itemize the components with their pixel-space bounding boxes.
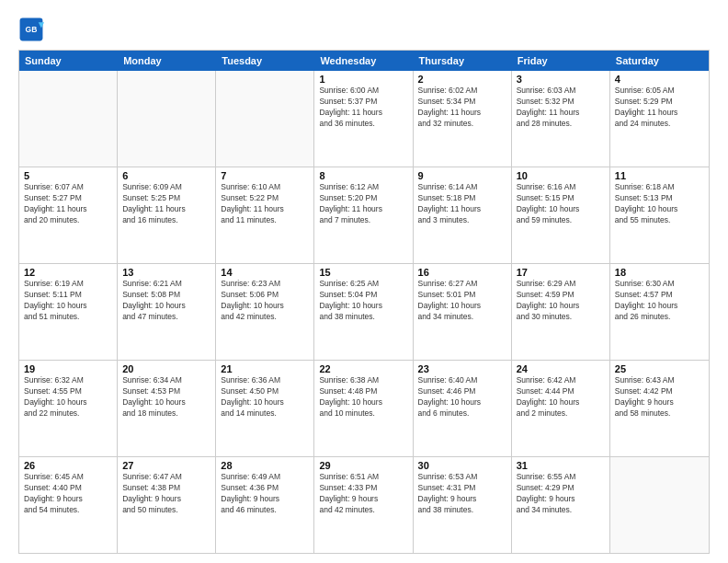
day-number: 19 [24, 363, 112, 374]
day-number: 26 [24, 460, 112, 471]
week-row-4: 19Sunrise: 6:32 AM Sunset: 4:55 PM Dayli… [19, 361, 709, 457]
day-info: Sunrise: 6:18 AM Sunset: 5:13 PM Dayligh… [615, 182, 704, 226]
day-info: Sunrise: 6:02 AM Sunset: 5:34 PM Dayligh… [418, 86, 506, 130]
day-cell: 18Sunrise: 6:30 AM Sunset: 4:57 PM Dayli… [610, 264, 709, 360]
svg-text:GB: GB [26, 25, 38, 34]
day-number: 11 [615, 170, 704, 181]
day-cell: 28Sunrise: 6:49 AM Sunset: 4:36 PM Dayli… [216, 457, 314, 553]
day-number: 28 [221, 460, 309, 471]
day-cell: 13Sunrise: 6:21 AM Sunset: 5:08 PM Dayli… [118, 264, 216, 360]
day-cell [216, 71, 314, 167]
day-cell [19, 71, 118, 167]
day-number: 25 [615, 363, 704, 374]
day-cell: 21Sunrise: 6:36 AM Sunset: 4:50 PM Dayli… [216, 361, 314, 456]
day-cell: 1Sunrise: 6:00 AM Sunset: 5:37 PM Daylig… [314, 71, 413, 167]
day-header-saturday: Saturday [610, 51, 709, 71]
day-number: 13 [122, 267, 210, 278]
day-cell: 27Sunrise: 6:47 AM Sunset: 4:38 PM Dayli… [118, 457, 216, 553]
week-row-3: 12Sunrise: 6:19 AM Sunset: 5:11 PM Dayli… [19, 264, 709, 361]
day-info: Sunrise: 6:34 AM Sunset: 4:53 PM Dayligh… [122, 375, 210, 419]
day-number: 7 [221, 170, 309, 181]
day-info: Sunrise: 6:07 AM Sunset: 5:27 PM Dayligh… [24, 182, 112, 226]
day-info: Sunrise: 6:36 AM Sunset: 4:50 PM Dayligh… [221, 375, 309, 419]
week-row-5: 26Sunrise: 6:45 AM Sunset: 4:40 PM Dayli… [19, 457, 709, 553]
calendar: SundayMondayTuesdayWednesdayThursdayFrid… [18, 50, 710, 554]
day-info: Sunrise: 6:25 AM Sunset: 5:04 PM Dayligh… [319, 279, 407, 323]
day-cell: 26Sunrise: 6:45 AM Sunset: 4:40 PM Dayli… [19, 457, 118, 553]
day-headers: SundayMondayTuesdayWednesdayThursdayFrid… [19, 51, 709, 71]
day-number: 6 [122, 170, 210, 181]
day-number: 23 [418, 363, 506, 374]
day-number: 10 [517, 170, 605, 181]
day-number: 14 [221, 267, 309, 278]
logo-icon: GB [18, 17, 44, 42]
day-number: 2 [418, 74, 506, 85]
day-cell: 17Sunrise: 6:29 AM Sunset: 4:59 PM Dayli… [512, 264, 610, 360]
day-cell [118, 71, 216, 167]
day-info: Sunrise: 6:09 AM Sunset: 5:25 PM Dayligh… [122, 182, 210, 226]
day-cell: 3Sunrise: 6:03 AM Sunset: 5:32 PM Daylig… [512, 71, 610, 167]
day-number: 17 [517, 267, 605, 278]
day-number: 27 [122, 460, 210, 471]
day-cell: 25Sunrise: 6:43 AM Sunset: 4:42 PM Dayli… [610, 361, 709, 456]
day-info: Sunrise: 6:45 AM Sunset: 4:40 PM Dayligh… [24, 472, 112, 516]
day-cell: 31Sunrise: 6:55 AM Sunset: 4:29 PM Dayli… [512, 457, 610, 553]
day-cell: 24Sunrise: 6:42 AM Sunset: 4:44 PM Dayli… [512, 361, 610, 456]
day-number: 24 [517, 363, 605, 374]
day-header-sunday: Sunday [19, 51, 118, 71]
day-cell: 7Sunrise: 6:10 AM Sunset: 5:22 PM Daylig… [216, 167, 314, 263]
day-info: Sunrise: 6:38 AM Sunset: 4:48 PM Dayligh… [319, 375, 407, 419]
day-cell [610, 457, 709, 553]
day-cell: 11Sunrise: 6:18 AM Sunset: 5:13 PM Dayli… [610, 167, 709, 263]
day-number: 3 [517, 74, 605, 85]
day-header-wednesday: Wednesday [314, 51, 413, 71]
week-row-1: 1Sunrise: 6:00 AM Sunset: 5:37 PM Daylig… [19, 71, 709, 167]
day-number: 20 [122, 363, 210, 374]
day-info: Sunrise: 6:53 AM Sunset: 4:31 PM Dayligh… [418, 472, 506, 516]
header: GB [18, 17, 710, 42]
day-info: Sunrise: 6:43 AM Sunset: 4:42 PM Dayligh… [615, 375, 704, 419]
day-info: Sunrise: 6:10 AM Sunset: 5:22 PM Dayligh… [221, 182, 309, 226]
day-info: Sunrise: 6:21 AM Sunset: 5:08 PM Dayligh… [122, 279, 210, 323]
day-info: Sunrise: 6:12 AM Sunset: 5:20 PM Dayligh… [319, 182, 407, 226]
day-number: 4 [615, 74, 704, 85]
day-info: Sunrise: 6:00 AM Sunset: 5:37 PM Dayligh… [319, 86, 407, 130]
day-number: 9 [418, 170, 506, 181]
day-cell: 19Sunrise: 6:32 AM Sunset: 4:55 PM Dayli… [19, 361, 118, 456]
day-info: Sunrise: 6:14 AM Sunset: 5:18 PM Dayligh… [418, 182, 506, 226]
day-info: Sunrise: 6:30 AM Sunset: 4:57 PM Dayligh… [615, 279, 704, 323]
day-header-tuesday: Tuesday [216, 51, 314, 71]
day-number: 29 [319, 460, 407, 471]
day-info: Sunrise: 6:40 AM Sunset: 4:46 PM Dayligh… [418, 375, 506, 419]
day-cell: 2Sunrise: 6:02 AM Sunset: 5:34 PM Daylig… [414, 71, 512, 167]
day-number: 22 [319, 363, 407, 374]
day-info: Sunrise: 6:55 AM Sunset: 4:29 PM Dayligh… [517, 472, 605, 516]
day-number: 18 [615, 267, 704, 278]
day-cell: 5Sunrise: 6:07 AM Sunset: 5:27 PM Daylig… [19, 167, 118, 263]
day-info: Sunrise: 6:27 AM Sunset: 5:01 PM Dayligh… [418, 279, 506, 323]
day-number: 8 [319, 170, 407, 181]
calendar-page: GB SundayMondayTuesdayWednesdayThursdayF… [0, 0, 728, 563]
week-row-2: 5Sunrise: 6:07 AM Sunset: 5:27 PM Daylig… [19, 167, 709, 264]
day-info: Sunrise: 6:47 AM Sunset: 4:38 PM Dayligh… [122, 472, 210, 516]
day-cell: 30Sunrise: 6:53 AM Sunset: 4:31 PM Dayli… [414, 457, 512, 553]
day-cell: 23Sunrise: 6:40 AM Sunset: 4:46 PM Dayli… [414, 361, 512, 456]
day-number: 1 [319, 74, 407, 85]
day-cell: 22Sunrise: 6:38 AM Sunset: 4:48 PM Dayli… [314, 361, 413, 456]
day-number: 30 [418, 460, 506, 471]
day-number: 31 [517, 460, 605, 471]
day-cell: 4Sunrise: 6:05 AM Sunset: 5:29 PM Daylig… [610, 71, 709, 167]
day-cell: 20Sunrise: 6:34 AM Sunset: 4:53 PM Dayli… [118, 361, 216, 456]
day-number: 16 [418, 267, 506, 278]
weeks: 1Sunrise: 6:00 AM Sunset: 5:37 PM Daylig… [19, 71, 709, 553]
day-number: 12 [24, 267, 112, 278]
day-info: Sunrise: 6:05 AM Sunset: 5:29 PM Dayligh… [615, 86, 704, 130]
day-info: Sunrise: 6:19 AM Sunset: 5:11 PM Dayligh… [24, 279, 112, 323]
day-cell: 14Sunrise: 6:23 AM Sunset: 5:06 PM Dayli… [216, 264, 314, 360]
day-cell: 10Sunrise: 6:16 AM Sunset: 5:15 PM Dayli… [512, 167, 610, 263]
day-cell: 8Sunrise: 6:12 AM Sunset: 5:20 PM Daylig… [314, 167, 413, 263]
day-header-monday: Monday [118, 51, 216, 71]
logo: GB [18, 17, 48, 42]
day-header-friday: Friday [512, 51, 610, 71]
day-number: 5 [24, 170, 112, 181]
